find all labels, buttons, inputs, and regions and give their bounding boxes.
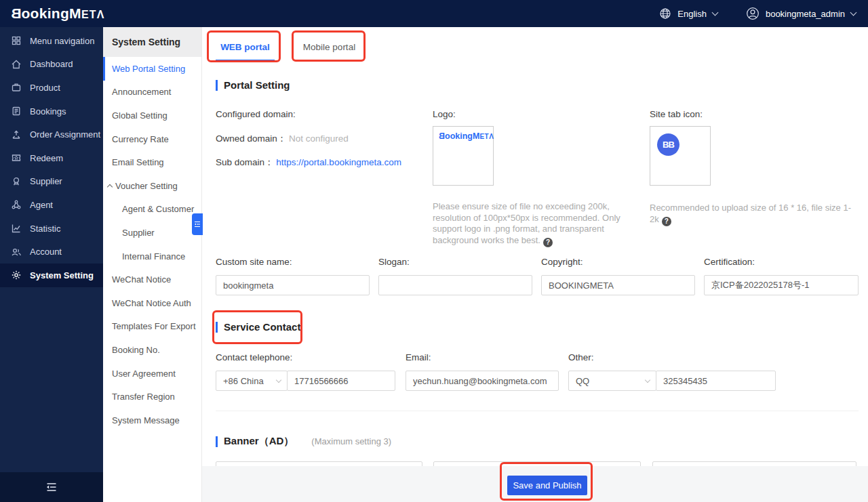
section-accent-bar [216, 436, 218, 447]
submenu-item-transfer-region[interactable]: Transfer Region [103, 385, 201, 409]
sidebar-item-redeem[interactable]: Redeem [0, 146, 103, 170]
favicon-double-b-icon: BB [657, 133, 679, 156]
owned-domain-label: Owned domain： [216, 133, 286, 144]
submenu-item-system-message[interactable]: System Message [103, 409, 201, 432]
country-code-value: +86 China [223, 376, 264, 386]
sidebar-item-account[interactable]: Account [0, 240, 103, 264]
email-input[interactable] [406, 371, 559, 391]
submenu-item-wechat-notice-auth[interactable]: WeChat Notice Auth [103, 291, 201, 315]
app-logo: BookingMETΛ [11, 0, 105, 28]
submenu-item-announcement[interactable]: Announcement [103, 81, 201, 104]
logo-letter: B [439, 131, 445, 141]
user-menu[interactable]: bookingmeta_admin [746, 7, 856, 20]
logo-letters: ooking [445, 131, 473, 141]
favicon-letter: B [663, 140, 668, 150]
briefcase-icon [11, 82, 22, 93]
sidebar-item-label: Dashboard [30, 59, 73, 69]
slogan-input[interactable] [378, 275, 532, 295]
top-bar: BookingMETΛ English bookingmeta_admin [0, 0, 868, 27]
chevron-down-icon [850, 9, 857, 16]
question-circle-icon[interactable]: ? [543, 238, 553, 247]
section-title: Portal Setting [224, 79, 290, 91]
telephone-input[interactable] [287, 371, 395, 391]
sidebar-item-agent[interactable]: Agent [0, 193, 103, 217]
sidebar-item-product[interactable]: Product [0, 76, 103, 100]
submenu-item-supplier[interactable]: Supplier [103, 221, 201, 245]
chart-icon [11, 223, 22, 234]
sidebar-item-dashboard[interactable]: Dashboard [0, 53, 103, 77]
submenu-item-voucher-setting[interactable]: Voucher Setting [103, 174, 201, 198]
sub-domain-row: Sub domain： https://portal.bookingmeta.c… [216, 156, 401, 169]
submenu-item-web-portal-setting[interactable]: Web Portal Setting [103, 57, 201, 81]
submenu-item-email-setting[interactable]: Email Setting [103, 150, 201, 174]
submenu-item-currency-rate[interactable]: Currency Rate [103, 127, 201, 151]
owned-domain-row: Owned domain： Not configured [216, 133, 349, 145]
logo-help-text: Please ensure size of file no exceeding … [433, 201, 646, 247]
slogan-label: Slogan: [378, 257, 410, 267]
logo-letters: ooking [21, 5, 69, 21]
sidebar-item-supplier[interactable]: Supplier [0, 170, 103, 194]
menu-fold-icon [45, 482, 58, 492]
active-tab-underline [216, 60, 275, 62]
country-code-select[interactable]: +86 China [216, 371, 288, 391]
sidebar-item-system-setting[interactable]: System Setting [0, 264, 103, 287]
submenu-item-user-agreement[interactable]: User Agreement [103, 362, 201, 385]
sidebar-item-label: Menu navigation [30, 36, 94, 46]
sidebar-collapse-button[interactable] [0, 472, 103, 502]
submenu-item-internal-finance[interactable]: Internal Finance [103, 245, 201, 268]
sub-domain-link[interactable]: https://portal.bookingmeta.com [276, 157, 401, 167]
sidebar-item-label: Product [30, 83, 60, 93]
sidebar-item-order-assignment[interactable]: Order Assignment [0, 123, 103, 146]
language-selector[interactable]: English [659, 7, 717, 20]
submenu-item-global-setting[interactable]: Global Setting [103, 104, 201, 127]
other-type-value: QQ [576, 376, 589, 386]
tab-web-portal[interactable]: WEB portal [216, 35, 275, 60]
contact-telephone-label: Contact telephone: [216, 352, 292, 362]
banner-header: Banner（AD） (Maximum setting 3) [216, 435, 391, 448]
site-icon-upload-box[interactable]: BB [650, 126, 711, 186]
logo-preview: BookingMETΛ [439, 131, 493, 141]
settings-submenu: System Setting Web Portal Setting Announ… [103, 27, 202, 502]
sub-domain-label: Sub domain： [216, 157, 274, 167]
globe-icon [659, 7, 671, 20]
logo-help: Please ensure size of file no exceeding … [433, 201, 620, 245]
portal-setting-header: Portal Setting [216, 79, 290, 91]
logo-letters: ETΛ [479, 133, 494, 140]
other-type-select[interactable]: QQ [568, 371, 656, 391]
sidebar-item-label: Statistic [30, 224, 61, 234]
copyright-label: Copyright: [541, 257, 583, 267]
site-icon-help-text: Recommended to upload size of 16 * 16, f… [650, 203, 860, 226]
site-icon-help: Recommended to upload size of 16 * 16, f… [650, 203, 851, 224]
copyright-input[interactable] [541, 275, 695, 295]
user-avatar-icon [746, 7, 760, 20]
banner-note: (Maximum setting 3) [311, 436, 391, 446]
submenu-collapse-toggle[interactable] [192, 213, 203, 235]
sidebar-item-statistic[interactable]: Statistic [0, 217, 103, 240]
submenu-item-booking-no[interactable]: Booking No. [103, 338, 201, 362]
section-title: Service Contact [224, 321, 300, 333]
network-icon [11, 199, 22, 210]
section-accent-bar [216, 80, 218, 91]
medal-icon [11, 176, 22, 187]
sidebar-item-label: Order Assignment [30, 129, 100, 140]
sidebar-item-label: Account [30, 247, 62, 257]
favicon-letter: B [669, 140, 674, 150]
sidebar-item-label: Bookings [30, 106, 66, 117]
service-contact-header: Service Contact [216, 321, 300, 333]
submenu-item-agent-customer[interactable]: Agent & Customer [103, 198, 201, 222]
logo-letter: M [473, 131, 479, 141]
submenu-item-templates-for-export[interactable]: Templates For Export [103, 315, 201, 339]
certification-input[interactable] [704, 275, 859, 295]
logo-upload-box[interactable]: BookingMETΛ [433, 126, 494, 186]
submenu-item-wechat-notice[interactable]: WeChat Notice [103, 268, 201, 291]
users-icon [11, 247, 22, 257]
clipboard-icon [11, 106, 22, 117]
sidebar-item-menu-navigation[interactable]: Menu navigation [0, 29, 103, 53]
save-and-publish-button[interactable]: Save and Publish [507, 476, 587, 495]
other-value-input[interactable] [656, 371, 776, 391]
sidebar-item-bookings[interactable]: Bookings [0, 100, 103, 123]
logo-letter: B [11, 0, 21, 27]
question-circle-icon[interactable]: ? [662, 217, 671, 226]
custom-site-name-input[interactable] [216, 275, 370, 295]
tab-mobile-portal[interactable]: Mobile portal [296, 35, 362, 60]
